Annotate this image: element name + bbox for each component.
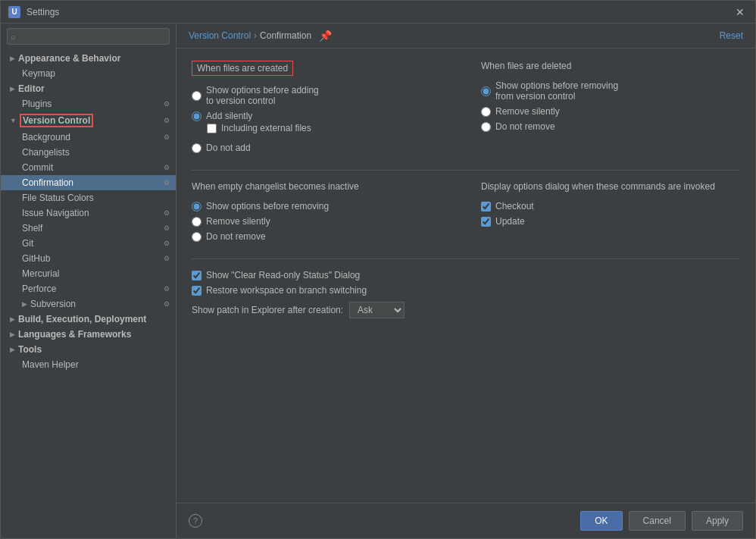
radio-input-do-not-remove[interactable] xyxy=(481,122,491,132)
settings-icon: ⚙ xyxy=(164,117,170,124)
expand-arrow: ▶ xyxy=(10,315,15,323)
radio-label-show-options-remove: Show options before removingfrom version… xyxy=(495,80,618,102)
radio-input-remove-silently[interactable] xyxy=(481,107,491,117)
settings-icon: ⚙ xyxy=(164,300,170,308)
show-patch-dropdown[interactable]: Ask Always Never xyxy=(349,302,405,318)
checkbox-including-external[interactable] xyxy=(207,124,217,133)
sidebar-item-label: Commit xyxy=(22,162,53,173)
apply-button[interactable]: Apply xyxy=(692,511,743,531)
when-files-deleted-section: When files are deleted Show options befo… xyxy=(481,61,740,159)
checkbox-input-show-clear-readonly[interactable] xyxy=(192,271,201,280)
show-patch-row: Show patch in Explorer after creation: A… xyxy=(192,302,740,318)
settings-icon: ⚙ xyxy=(164,285,170,293)
divider-2 xyxy=(192,259,740,259)
search-input[interactable] xyxy=(7,28,170,45)
radio-input-remove-silently2[interactable] xyxy=(192,217,201,227)
sidebar-item-version-control[interactable]: ▼ Version Control ⚙ xyxy=(1,111,176,130)
close-button[interactable]: ✕ xyxy=(733,5,748,20)
radio-input-show-options-add[interactable] xyxy=(192,91,201,101)
sidebar-item-background[interactable]: Background ⚙ xyxy=(1,130,176,145)
radio-input-show-options-remove[interactable] xyxy=(481,86,491,96)
radio-label-do-not-remove2: Do not remove xyxy=(206,231,266,242)
second-section-row: When empty changelist becomes inactive S… xyxy=(192,181,740,248)
breadcrumb-current: Confirmation xyxy=(260,30,311,41)
radio-show-options-remove[interactable]: Show options before removingfrom version… xyxy=(481,80,740,102)
radio-input-do-not-add[interactable] xyxy=(192,143,201,153)
settings-icon: ⚙ xyxy=(164,255,170,262)
search-icon: ⌕ xyxy=(11,32,16,41)
pin-icon: 📌 xyxy=(319,30,332,42)
sidebar-item-label: Confirmation xyxy=(22,177,73,188)
radio-input-do-not-remove2[interactable] xyxy=(192,232,201,242)
title-bar-left: U Settings xyxy=(8,6,59,18)
radio-show-options-add[interactable]: Show options before addingto version con… xyxy=(192,85,451,106)
radio-input-show-before-removing[interactable] xyxy=(192,202,201,212)
sidebar-item-confirmation[interactable]: Confirmation ⚙ xyxy=(1,175,176,190)
help-button[interactable]: ? xyxy=(189,514,202,528)
settings-icon: ⚙ xyxy=(164,133,170,141)
radio-label-show-options-add: Show options before addingto version con… xyxy=(206,85,319,106)
radio-do-not-remove2[interactable]: Do not remove xyxy=(192,231,451,242)
checkbox-update[interactable]: Update xyxy=(481,216,740,227)
empty-changelist-radio-group: Show options before removing Remove sile… xyxy=(192,201,451,242)
breadcrumb-parent[interactable]: Version Control xyxy=(189,30,251,41)
bottom-checkboxes-section: Show "Clear Read-only Status" Dialog Res… xyxy=(192,270,740,318)
ok-button[interactable]: OK xyxy=(580,511,622,531)
radio-remove-silently[interactable]: Remove silently xyxy=(481,106,740,117)
sidebar-item-keymap[interactable]: Keymap xyxy=(1,66,176,81)
sidebar-item-git[interactable]: Git ⚙ xyxy=(1,236,176,251)
sidebar-item-maven-helper[interactable]: Maven Helper xyxy=(1,357,176,372)
sidebar-item-plugins[interactable]: Plugins ⚙ xyxy=(1,96,176,111)
sidebar-item-languages[interactable]: ▶ Languages & Frameworks xyxy=(1,327,176,342)
sidebar-item-file-status-colors[interactable]: File Status Colors xyxy=(1,190,176,205)
sidebar-item-label: Git xyxy=(22,238,33,249)
checkbox-restore-workspace[interactable]: Restore workspace on branch switching xyxy=(192,285,740,296)
radio-add-silently[interactable]: Add silently xyxy=(192,111,451,121)
sidebar-item-build-execution[interactable]: ▶ Build, Execution, Deployment xyxy=(1,312,176,327)
radio-input-add-silently[interactable] xyxy=(192,111,201,121)
settings-icon: ⚙ xyxy=(164,100,170,108)
settings-icon: ⚙ xyxy=(164,224,170,232)
search-box[interactable]: ⌕ xyxy=(7,28,170,45)
display-options-title: Display options dialog when these comman… xyxy=(481,181,740,193)
sidebar-item-github[interactable]: GitHub ⚙ xyxy=(1,251,176,266)
checkbox-label-update: Update xyxy=(495,216,525,227)
sidebar-item-label: Plugins xyxy=(22,99,52,109)
checkbox-show-clear-readonly[interactable]: Show "Clear Read-only Status" Dialog xyxy=(192,270,740,280)
checkbox-input-update[interactable] xyxy=(481,217,491,227)
expand-arrow: ▶ xyxy=(10,85,15,92)
radio-show-before-removing[interactable]: Show options before removing xyxy=(192,201,451,212)
sidebar-item-commit[interactable]: Commit ⚙ xyxy=(1,160,176,175)
checkbox-input-checkout[interactable] xyxy=(481,202,491,212)
expand-arrow: ▶ xyxy=(10,346,15,353)
reset-button[interactable]: Reset xyxy=(720,30,743,41)
sidebar-item-label: Build, Execution, Deployment xyxy=(18,314,146,324)
checkbox-input-restore-workspace[interactable] xyxy=(192,286,201,296)
radio-label-do-not-remove: Do not remove xyxy=(495,121,555,132)
sidebar-item-appearance[interactable]: ▶ Appearance & Behavior xyxy=(1,51,176,66)
title-bar: U Settings ✕ xyxy=(1,1,755,24)
sidebar-item-mercurial[interactable]: Mercurial xyxy=(1,266,176,281)
display-options-section: Display options dialog when these comman… xyxy=(481,181,740,248)
sidebar-item-tools[interactable]: ▶ Tools xyxy=(1,342,176,357)
help-label: ? xyxy=(193,516,198,525)
sidebar-item-editor[interactable]: ▶ Editor xyxy=(1,81,176,96)
radio-remove-silently2[interactable]: Remove silently xyxy=(192,216,451,227)
radio-do-not-add[interactable]: Do not add xyxy=(192,143,451,153)
breadcrumb: Version Control › Confirmation 📌 xyxy=(189,30,332,42)
sidebar-item-shelf[interactable]: Shelf ⚙ xyxy=(1,221,176,236)
sidebar-item-label: Maven Helper xyxy=(22,359,79,370)
including-external-checkbox[interactable]: Including external files xyxy=(207,123,451,133)
radio-do-not-remove[interactable]: Do not remove xyxy=(481,121,740,132)
sidebar-item-subversion[interactable]: ▶ Subversion ⚙ xyxy=(1,296,176,312)
breadcrumb-separator: › xyxy=(254,30,257,41)
sidebar-item-issue-navigation[interactable]: Issue Navigation ⚙ xyxy=(1,205,176,221)
sidebar-item-perforce[interactable]: Perforce ⚙ xyxy=(1,281,176,296)
sidebar-item-label: Background xyxy=(22,132,70,143)
settings-icon: ⚙ xyxy=(164,179,170,186)
cancel-button[interactable]: Cancel xyxy=(629,511,686,531)
checkbox-checkout[interactable]: Checkout xyxy=(481,201,740,212)
radio-label-add-silently: Add silently xyxy=(206,111,252,121)
display-options-checkboxes: Checkout Update xyxy=(481,201,740,227)
sidebar-item-changelists[interactable]: Changelists xyxy=(1,145,176,160)
